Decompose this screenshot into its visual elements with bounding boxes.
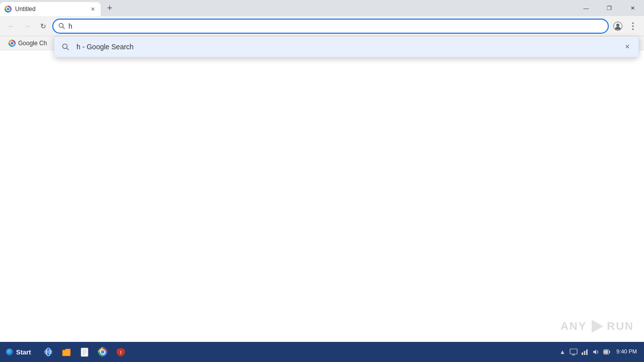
explorer-icon bbox=[61, 347, 71, 357]
ie-icon bbox=[43, 347, 53, 357]
new-tab-button[interactable]: + bbox=[103, 1, 117, 15]
reload-button[interactable]: ↻ bbox=[36, 19, 50, 33]
svg-point-2 bbox=[7, 8, 10, 11]
restore-button[interactable]: ❐ bbox=[598, 0, 621, 16]
browser-content: ANY RUN bbox=[0, 50, 644, 362]
svg-rect-36 bbox=[586, 349, 588, 355]
clock-time: 9:40 PM bbox=[616, 348, 637, 355]
svg-point-8 bbox=[632, 25, 634, 27]
svg-rect-31 bbox=[570, 349, 577, 354]
start-orb-icon bbox=[6, 348, 13, 355]
close-button[interactable]: ✕ bbox=[621, 0, 644, 16]
svg-point-7 bbox=[632, 22, 634, 24]
minimize-button[interactable]: — bbox=[575, 0, 598, 16]
svg-point-29 bbox=[101, 350, 104, 354]
taskbar-items: ! bbox=[37, 343, 554, 360]
chrome-icon bbox=[98, 347, 108, 357]
bookmark-item-google[interactable]: Google Ch bbox=[4, 38, 51, 48]
tray-speaker-icon[interactable] bbox=[591, 347, 600, 356]
svg-rect-35 bbox=[584, 351, 586, 355]
start-label: Start bbox=[16, 348, 31, 356]
tray-monitor-icon[interactable] bbox=[569, 347, 578, 356]
bookmark-label: Google Ch bbox=[18, 40, 47, 47]
taskbar-item-ie[interactable] bbox=[39, 343, 57, 360]
notepad-icon bbox=[79, 347, 90, 357]
svg-point-14 bbox=[11, 42, 14, 45]
security-icon: ! bbox=[116, 347, 126, 357]
svg-line-11 bbox=[67, 48, 69, 50]
svg-point-6 bbox=[616, 24, 619, 27]
taskbar-tray: ▲ bbox=[554, 342, 644, 362]
svg-point-9 bbox=[632, 28, 634, 30]
tray-battery-icon[interactable] bbox=[602, 347, 611, 356]
profile-button[interactable] bbox=[611, 19, 625, 33]
bookmark-favicon bbox=[8, 39, 16, 47]
titlebar: Untitled ✕ + — ❐ ✕ bbox=[0, 0, 644, 16]
close-tab-button[interactable]: ✕ bbox=[89, 5, 97, 13]
taskbar-item-chrome[interactable] bbox=[94, 343, 112, 360]
svg-line-4 bbox=[62, 27, 64, 29]
back-button[interactable]: ← bbox=[4, 19, 18, 33]
taskbar-item-security[interactable]: ! bbox=[112, 343, 130, 360]
tabs-area: Untitled ✕ + bbox=[0, 0, 117, 16]
watermark-text-run: RUN bbox=[607, 320, 634, 333]
forward-button[interactable]: → bbox=[20, 19, 34, 33]
svg-text:!: ! bbox=[120, 350, 121, 355]
active-tab[interactable]: Untitled ✕ bbox=[0, 2, 101, 16]
svg-rect-34 bbox=[582, 352, 583, 355]
autocomplete-close-button[interactable]: ✕ bbox=[622, 42, 632, 52]
tray-arrow-icon[interactable]: ▲ bbox=[558, 347, 567, 356]
toolbar-actions bbox=[611, 19, 640, 33]
autocomplete-item[interactable]: h - Google Search ✕ bbox=[54, 37, 638, 57]
address-search-icon bbox=[57, 22, 65, 30]
taskbar: Start bbox=[0, 342, 644, 362]
watermark-text-any: ANY bbox=[560, 320, 587, 333]
svg-rect-22 bbox=[81, 348, 88, 356]
svg-rect-39 bbox=[604, 350, 608, 354]
address-bar[interactable] bbox=[52, 19, 609, 34]
watermark: ANY RUN bbox=[560, 318, 634, 334]
window-controls: — ❐ ✕ bbox=[575, 0, 644, 16]
watermark-play-icon bbox=[589, 318, 605, 334]
toolbar: ← → ↻ bbox=[0, 16, 644, 36]
tray-network-icon[interactable] bbox=[580, 347, 589, 356]
system-clock[interactable]: 9:40 PM bbox=[613, 348, 640, 355]
tab-favicon bbox=[4, 5, 12, 13]
browser-window: Untitled ✕ + — ❐ ✕ ← → ↻ bbox=[0, 0, 644, 362]
menu-button[interactable] bbox=[626, 19, 640, 33]
svg-marker-15 bbox=[592, 320, 603, 333]
autocomplete-search-icon bbox=[60, 42, 70, 52]
tab-title: Untitled bbox=[15, 6, 87, 13]
svg-rect-38 bbox=[609, 351, 610, 353]
autocomplete-dropdown: h - Google Search ✕ bbox=[54, 36, 639, 57]
taskbar-item-notepad[interactable] bbox=[75, 343, 94, 360]
autocomplete-text: h - Google Search bbox=[76, 43, 134, 51]
taskbar-item-explorer[interactable] bbox=[57, 343, 75, 360]
start-button[interactable]: Start bbox=[0, 342, 37, 362]
svg-rect-21 bbox=[62, 350, 70, 356]
address-input[interactable] bbox=[68, 22, 604, 30]
